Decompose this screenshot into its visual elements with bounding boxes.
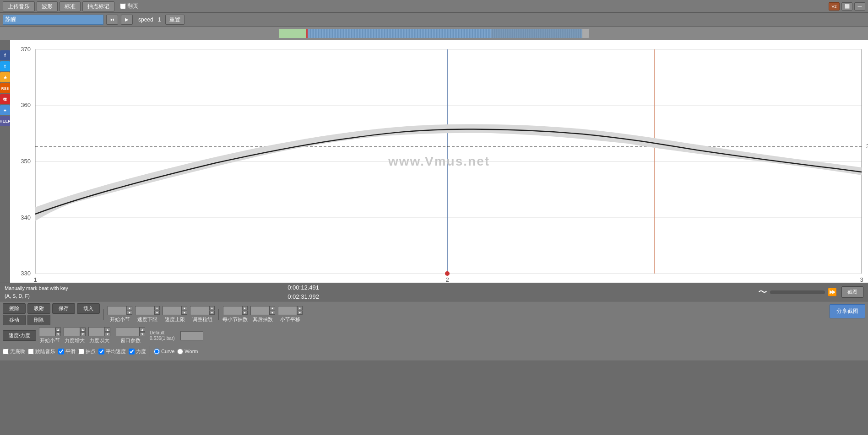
prev-btn[interactable]: ⏮: [106, 15, 118, 25]
spin-20-down[interactable]: ▼: [80, 332, 86, 336]
controls-row2: 速度·力度 1 ▲ ▼ 开始小节 20 ▲ ▼ 力度增大: [3, 327, 865, 344]
delete-btn[interactable]: 刪除: [27, 315, 50, 325]
upload-music-btn[interactable]: 上传音乐: [3, 1, 35, 11]
main-chart-area: www.Vmus.net 370 360 350 340 330 1 2: [10, 40, 868, 283]
label-small-bar: 小节平移: [280, 316, 300, 323]
spin-0536-down[interactable]: ▼: [140, 332, 145, 336]
save-btn[interactable]: 保存: [52, 303, 75, 314]
label-start-bar2: 开始小节: [40, 337, 60, 344]
spinner-370: 370 ▲ ▼ 速度上限: [163, 306, 187, 323]
noise-checkbox-label: 无底噪: [3, 348, 25, 355]
plus-btn[interactable]: +: [0, 105, 10, 115]
svg-text:352.7: 352.7: [866, 143, 868, 150]
separator1: [103, 309, 104, 320]
num-spin-20: 20 ▲ ▼: [64, 327, 86, 336]
label-beat-down: 速度下限: [137, 316, 157, 323]
label-force-up: 力度增大: [65, 337, 85, 344]
standard-btn[interactable]: 标准: [60, 1, 81, 11]
num-370-input[interactable]: 370: [163, 306, 182, 315]
spin-330-down[interactable]: ▼: [154, 311, 160, 315]
spin-3b-down[interactable]: ▼: [209, 311, 215, 315]
param-1: 1 ▲ ▼ 开始小节: [39, 327, 61, 344]
param-20: 20 ▲ ▼ 力度增大: [64, 327, 86, 344]
noise-checkbox[interactable]: [3, 349, 9, 354]
page-checkbox[interactable]: [120, 3, 126, 9]
spinner-maxbeat-arrows: ▲ ▼: [270, 306, 275, 315]
svg-text:330: 330: [21, 270, 31, 277]
spinner-3a: 3 ▲ ▼ 开始小节: [108, 306, 132, 323]
num-330-input[interactable]: 330: [135, 306, 154, 315]
share-screenshot-btn[interactable]: 分享截图: [830, 304, 865, 318]
spin-maxbeat-down[interactable]: ▼: [270, 311, 275, 315]
spin-minbeat-down[interactable]: ▼: [242, 311, 248, 315]
spin-minbeat-up[interactable]: ▲: [242, 306, 248, 310]
beat-point-checkbox[interactable]: [78, 349, 84, 354]
spin-offset-up[interactable]: ▲: [297, 306, 303, 310]
svg-text:3: 3: [860, 276, 863, 283]
curve-radio-label: Curve: [154, 349, 174, 354]
spin-3a-down[interactable]: ▼: [127, 311, 132, 315]
param-0536: 0.536 ▲ ▼ 窗口参数: [116, 327, 145, 344]
reset-btn[interactable]: 重置: [165, 15, 184, 25]
spin-offset-down[interactable]: ▼: [297, 311, 303, 315]
spin-0536-up[interactable]: ▲: [140, 328, 145, 332]
spin-370-down[interactable]: ▼: [182, 311, 187, 315]
erase-btn[interactable]: 擦除: [3, 303, 26, 314]
num-0536-input[interactable]: 0.536: [116, 327, 140, 336]
num-spin-3c: 3 ▲ ▼: [88, 327, 110, 336]
num-offset-input[interactable]: 0: [278, 306, 297, 315]
speed-force-btn[interactable]: 速度·力度: [3, 330, 36, 341]
worm-radio[interactable]: [177, 349, 183, 354]
spinner-370-arrows: ▲ ▼: [182, 306, 187, 315]
song-name-input[interactable]: [3, 15, 103, 25]
avg-speed-checkbox[interactable]: [98, 349, 104, 354]
num-param1-input[interactable]: 1: [39, 327, 55, 336]
beat-point-checkbox-label: 抽点: [78, 348, 96, 355]
controls-row1: 擦除 吸附 保存 载入 移动 刪除 3 ▲ ▼ 开始小节: [3, 303, 865, 325]
num-3b-input[interactable]: 3: [190, 306, 209, 315]
spin-param1-down[interactable]: ▼: [55, 332, 61, 336]
beat-music-checkbox[interactable]: [28, 349, 34, 354]
load-btn[interactable]: 载入: [77, 303, 100, 314]
force-checkbox[interactable]: [129, 349, 135, 354]
absorb-btn[interactable]: 吸附: [27, 303, 50, 314]
curve-radio[interactable]: [154, 349, 160, 354]
waveform-btn[interactable]: 波形: [37, 1, 58, 11]
action-btns-top: 擦除 吸附 保存 载入: [3, 303, 100, 314]
mark-btn[interactable]: 抽点标记: [82, 1, 114, 11]
v2-btn[interactable]: V2: [829, 2, 840, 11]
num-3a-input[interactable]: 3: [108, 306, 127, 315]
spin-maxbeat-up[interactable]: ▲: [270, 306, 275, 310]
spin-3c-down[interactable]: ▼: [105, 332, 110, 336]
spin-370-up[interactable]: ▲: [182, 306, 187, 310]
spin-330-up[interactable]: ▲: [154, 306, 160, 310]
rss-btn[interactable]: RSS: [0, 83, 10, 93]
facebook-btn[interactable]: f: [0, 50, 10, 60]
num-minbeat-input[interactable]: 3: [223, 306, 242, 315]
twitter-btn[interactable]: t: [0, 61, 10, 71]
spin-3c-up[interactable]: ▲: [105, 328, 110, 332]
num-20-input[interactable]: 20: [64, 327, 80, 336]
num-maxbeat-input[interactable]: 0: [250, 306, 270, 315]
wave-icon: 〜: [758, 286, 767, 298]
small-extra-input[interactable]: [180, 331, 203, 340]
smooth-checkbox[interactable]: [58, 349, 64, 354]
spin-param1-up[interactable]: ▲: [55, 328, 61, 332]
help-btn[interactable]: HELP: [0, 116, 10, 126]
spin-3a-up[interactable]: ▲: [127, 306, 132, 310]
star-btn[interactable]: ★: [0, 72, 10, 82]
spin-20-up[interactable]: ▲: [80, 328, 86, 332]
spinner-330: 330 ▲ ▼ 速度下限: [135, 306, 160, 323]
weibo-btn[interactable]: 微: [0, 94, 10, 104]
wave-controls: 〜 ⏩: [758, 286, 837, 298]
spin-3b-up[interactable]: ▲: [209, 306, 215, 310]
save-corner-btn[interactable]: ⬜: [841, 2, 852, 11]
move-btn[interactable]: 移动: [3, 315, 26, 325]
volume-slider[interactable]: [770, 290, 825, 294]
num-3c-input[interactable]: 3: [88, 327, 105, 336]
action-btns-bottom: 移动 刪除: [3, 315, 100, 325]
play-btn[interactable]: ▶: [121, 15, 133, 25]
close-corner-btn[interactable]: —: [854, 2, 865, 11]
screenshot-btn[interactable]: 截图: [841, 286, 863, 298]
waveform-track[interactable]: [278, 28, 590, 38]
